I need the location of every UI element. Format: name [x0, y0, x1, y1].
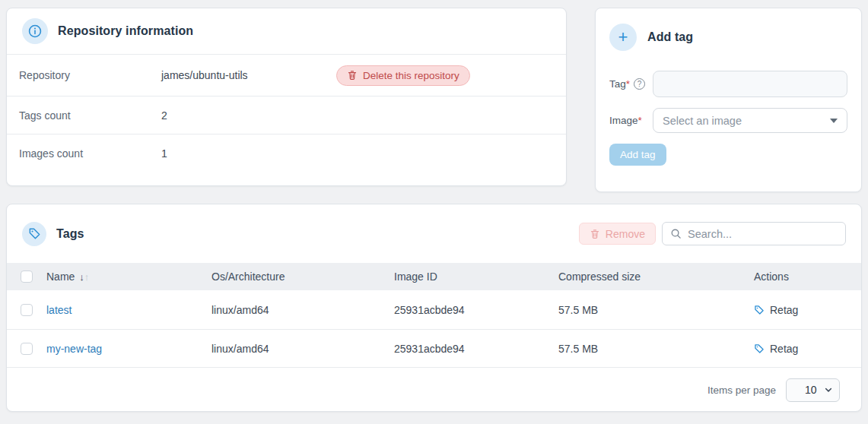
- tags-count-value: 2: [161, 109, 336, 122]
- plus-icon: +: [609, 24, 637, 51]
- os-arch-value: linux/amd64: [211, 343, 394, 355]
- table-header: Name↓↑ Os/Architecture Image ID Compress…: [7, 263, 861, 290]
- trash-icon: [347, 70, 358, 81]
- tags-title: Tags: [56, 227, 84, 241]
- image-field-label: Image*: [609, 115, 653, 126]
- tag-name-link[interactable]: latest: [46, 304, 72, 316]
- image-id-value: 25931acbde94: [394, 304, 558, 316]
- delete-repository-label: Delete this repository: [363, 70, 459, 81]
- remove-button-label: Remove: [606, 228, 645, 240]
- column-header-name[interactable]: Name↓↑: [46, 271, 211, 283]
- column-header-actions: Actions: [754, 271, 861, 283]
- required-marker: *: [638, 115, 642, 126]
- add-tag-title: Add tag: [647, 30, 693, 44]
- repository-info-title: Repository information: [58, 24, 193, 38]
- trash-icon: [590, 229, 600, 239]
- delete-repository-button[interactable]: Delete this repository: [336, 65, 470, 86]
- info-icon: [22, 18, 48, 44]
- required-marker: *: [626, 78, 630, 90]
- column-header-image-id: Image ID: [394, 271, 558, 283]
- image-field-row: Image* Select an image: [609, 108, 847, 133]
- tag-icon: [754, 343, 765, 354]
- add-tag-card: + Add tag Tag* ? Image* Select an image: [595, 8, 862, 192]
- tag-name-link[interactable]: my-new-tag: [46, 343, 102, 355]
- tags-count-row: Tags count 2: [7, 96, 566, 134]
- tags-card: Tags Remove: [6, 204, 862, 412]
- items-per-page-select-wrap: 10: [786, 378, 840, 402]
- add-tag-header: + Add tag: [609, 24, 847, 51]
- row-checkbox[interactable]: [21, 304, 33, 316]
- select-all-checkbox[interactable]: [21, 271, 33, 283]
- size-value: 57.5 MB: [558, 343, 754, 355]
- retag-button[interactable]: Retag: [754, 343, 861, 355]
- column-header-size: Compressed size: [558, 271, 754, 283]
- images-count-row: Images count 1: [7, 134, 566, 172]
- items-per-page-label: Items per page: [707, 384, 776, 396]
- table-row: my-new-tag linux/amd64 25931acbde94 57.5…: [7, 330, 861, 368]
- size-value: 57.5 MB: [558, 304, 754, 316]
- repository-value: james/ubuntu-utils: [161, 69, 336, 81]
- image-id-value: 25931acbde94: [394, 343, 558, 355]
- repository-label: Repository: [19, 69, 161, 81]
- retag-label: Retag: [770, 304, 798, 316]
- repository-row: Repository james/ubuntu-utils Delete thi…: [7, 54, 566, 96]
- tag-field-row: Tag* ?: [609, 71, 847, 97]
- search-box: [662, 222, 846, 245]
- retag-button[interactable]: Retag: [754, 304, 861, 316]
- tags-card-header: Tags Remove: [7, 204, 861, 263]
- search-input[interactable]: [688, 228, 838, 240]
- table-footer: Items per page 10: [7, 368, 861, 412]
- row-checkbox[interactable]: [21, 343, 33, 355]
- os-arch-value: linux/amd64: [211, 304, 394, 316]
- page: Repository information Repository james/…: [0, 0, 868, 412]
- images-count-value: 1: [161, 147, 336, 160]
- sort-asc-icon: ↑: [84, 271, 90, 283]
- images-count-label: Images count: [19, 147, 161, 160]
- search-icon: [670, 228, 682, 239]
- repository-info-header: Repository information: [7, 8, 566, 54]
- tag-icon: [22, 222, 46, 246]
- tag-name-input[interactable]: [653, 71, 847, 97]
- caret-down-icon: [830, 119, 838, 123]
- items-per-page-select[interactable]: 10: [786, 378, 840, 402]
- top-row: Repository information Repository james/…: [6, 8, 862, 192]
- remove-button[interactable]: Remove: [579, 223, 656, 245]
- tags-count-label: Tags count: [19, 109, 161, 122]
- repository-info-card: Repository information Repository james/…: [6, 8, 567, 186]
- image-select-value: Select an image: [663, 115, 742, 127]
- add-tag-submit-button[interactable]: Add tag: [609, 144, 666, 166]
- help-icon[interactable]: ?: [634, 78, 645, 90]
- tag-field-label: Tag* ?: [609, 78, 653, 90]
- retag-label: Retag: [770, 343, 798, 355]
- column-header-os-arch: Os/Architecture: [211, 271, 394, 283]
- table-row: latest linux/amd64 25931acbde94 57.5 MB …: [7, 290, 861, 330]
- image-select[interactable]: Select an image: [653, 108, 847, 133]
- tag-icon: [754, 305, 765, 315]
